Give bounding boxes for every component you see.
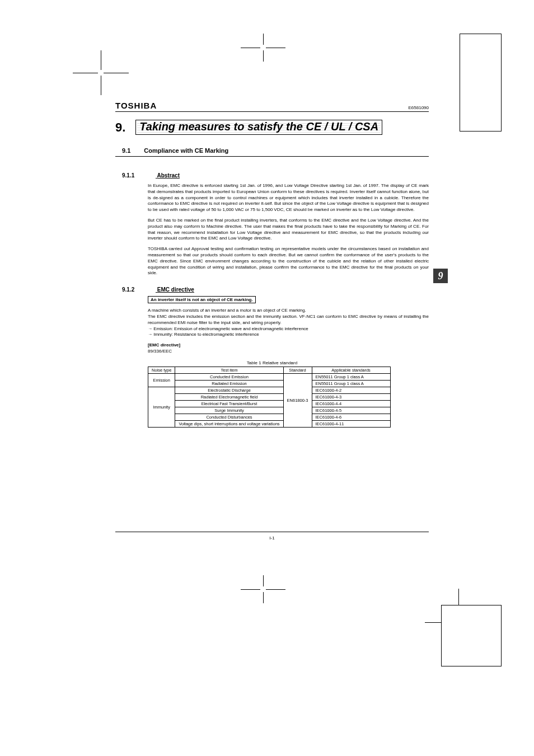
paragraph: → Emission: Emission of electromagnetic … [148, 326, 429, 332]
cell-test-item: Surge Immunity [175, 407, 283, 414]
subsection-emc: 9.1.2 EMC directive An inverter itself i… [115, 287, 429, 428]
paragraph: But CE has to be marked on the final pro… [148, 218, 429, 242]
subsection-title: Abstract [157, 172, 180, 179]
boxed-note: An inverter itself is not an object of C… [148, 296, 256, 303]
cell-applicable-standard: IEC61000-4-6 [312, 414, 390, 420]
table-row: ImmunityElectrostatic DischargeIEC61000-… [148, 387, 391, 393]
table-row: Electrical Fast Transient/BurstIEC61000-… [148, 400, 391, 407]
cell-noise-type: Emission [148, 373, 175, 387]
cell-applicable-standard: EN55011 Group 1 class A [312, 373, 390, 380]
table-header-row: Noise type Test item Standard Applicable… [148, 367, 391, 373]
table-row: Voltage dips, short interruptions and vo… [148, 420, 391, 427]
cell-applicable-standard: EN55011 Group 1 class A [312, 380, 390, 387]
paragraph: A machine which consists of an inverter … [148, 308, 429, 314]
table-row: Conducted DisturbancesIEC61000-4-6 [148, 414, 391, 420]
col-applicable: Applicable standards [312, 367, 390, 373]
subsection-heading: 9.1.1 Abstract [122, 172, 429, 179]
cell-test-item: Conducted Disturbances [175, 414, 283, 420]
subsection-number: 9.1.2 [122, 287, 156, 293]
cell-test-item: Conducted Emission [175, 373, 283, 380]
cell-test-item: Radiated Emission [175, 380, 283, 387]
table-row: EmissionConducted EmissionEN61800-3EN550… [148, 373, 391, 380]
table-caption: Table 1 Relative standard [115, 360, 429, 365]
section-rule [115, 156, 429, 157]
paragraph: In Europe, EMC directive is enforced sta… [148, 183, 429, 213]
subsection-number: 9.1.1 [122, 172, 156, 179]
table-row: Radiated EmissionEN55011 Group 1 class A [148, 380, 391, 387]
document-number: E6581090 [409, 105, 429, 110]
cell-test-item: Voltage dips, short interruptions and vo… [175, 420, 283, 427]
header-row: TOSHIBA E6581090 [115, 101, 429, 112]
registration-box-bottom-right [441, 605, 502, 666]
brand-logo: TOSHIBA [115, 101, 157, 110]
page-number: I-1 [115, 532, 429, 541]
cell-applicable-standard: IEC61000-4-4 [312, 400, 390, 407]
chapter-number: 9. [115, 120, 125, 135]
cell-applicable-standard: IEC61000-4-11 [312, 420, 390, 427]
page-content: TOSHIBA E6581090 9. Taking measures to s… [115, 101, 429, 428]
section-heading: 9.1 Compliance with CE Marking [115, 147, 429, 154]
cell-applicable-standard: IEC61000-4-5 [312, 407, 390, 414]
col-noise-type: Noise type [148, 367, 175, 373]
paragraph: TOSHIBA carried out Approval testing and… [148, 246, 429, 276]
col-test-item: Test item [175, 367, 283, 373]
section-title: Compliance with CE Marking [144, 147, 228, 154]
table-row: Radiated Electromagnetic fieldIEC61000-4… [148, 393, 391, 400]
subsection-heading: 9.1.2 EMC directive [122, 287, 429, 293]
chapter-heading: 9. Taking measures to satisfy the CE / U… [115, 120, 429, 135]
cell-standard: EN61800-3 [283, 373, 312, 427]
standards-table: Noise type Test item Standard Applicable… [148, 367, 391, 428]
directive-label: [EMC directive] [148, 342, 429, 349]
registration-box-right [460, 34, 502, 132]
directive-code: 89/336/EEC [148, 349, 429, 355]
chapter-tab: 9 [433, 269, 448, 283]
cell-test-item: Electrical Fast Transient/Burst [175, 400, 283, 407]
cell-applicable-standard: IEC61000-4-3 [312, 393, 390, 400]
subsection-title: EMC directive [157, 287, 194, 293]
cell-test-item: Electrostatic Discharge [175, 387, 283, 393]
section-number: 9.1 [122, 147, 130, 154]
cell-test-item: Radiated Electromagnetic field [175, 393, 283, 400]
paragraph: → Immunity: Resistance to electromagneti… [148, 332, 429, 338]
subsection-abstract: 9.1.1 Abstract In Europe, EMC directive … [115, 172, 429, 276]
cell-applicable-standard: IEC61000-4-2 [312, 387, 390, 393]
chapter-title: Taking measures to satisfy the CE / UL /… [135, 120, 382, 135]
paragraph: The EMC directive includes the emission … [148, 314, 429, 326]
table-row: Surge ImmunityIEC61000-4-5 [148, 407, 391, 414]
cell-noise-type: Immunity [148, 387, 175, 427]
col-standard: Standard [283, 367, 312, 373]
